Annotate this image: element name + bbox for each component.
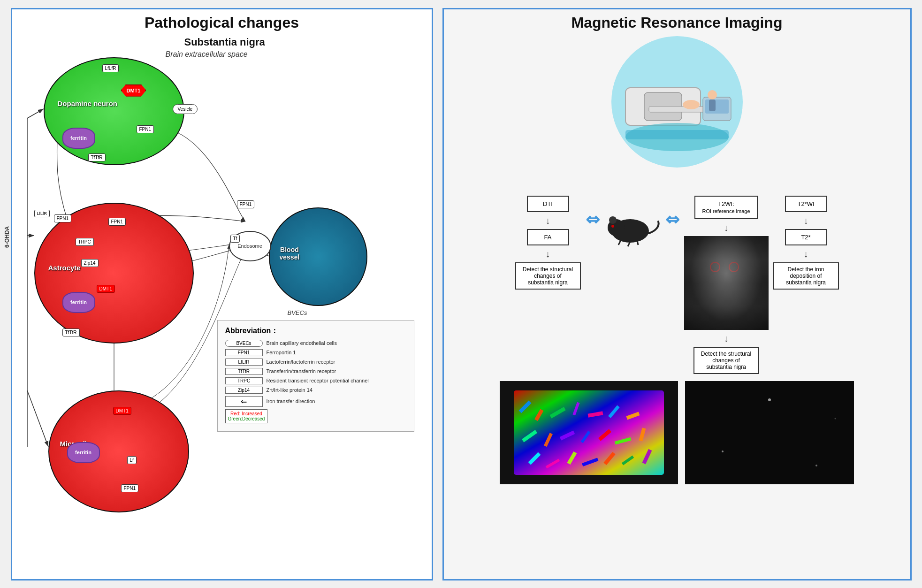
svg-point-50 [722, 451, 724, 452]
abbrev-row-lflr: LfLfR Lactoferrin/lactoferrin receptor [225, 359, 406, 366]
dmt1-microglia: DMT1 [113, 407, 131, 415]
bvecs-label: BVECs [285, 308, 310, 317]
mri-scanner-circle [611, 36, 743, 168]
abbrev-key-fpn1: FPN1 [225, 349, 263, 356]
abbrev-key-lflr: LfLfR [225, 359, 263, 366]
abbrev-key-trpc: TRPC [225, 377, 263, 384]
endosome-label: Endosome [237, 243, 262, 249]
svg-point-13 [708, 90, 717, 99]
detect-structural-box: Detect the structural changes of substan… [515, 262, 581, 290]
mouse-figure [604, 210, 661, 247]
t2wi-box: T2WI: ROI reference image [694, 196, 757, 219]
dti-arrow: ↓ [546, 216, 550, 225]
flowchart-wrapper: DTI ↓ FA ↓ Detect the structural changes… [453, 196, 901, 374]
mri-scanner-svg [616, 50, 738, 153]
t2star-box: T2* [785, 229, 827, 245]
abbrev-key-zip14: Zip14 [225, 387, 263, 394]
abbrev-val-tftr: Transferrin/transferrin receptor [267, 368, 336, 374]
ferritin-astrocyte: ferritin [62, 292, 95, 313]
ferritin-microglia: ferritin [67, 442, 100, 463]
dmt1-dopamine: DMT1 [121, 84, 146, 97]
abbrev-val-trpc: Resident transient receptor potential ch… [267, 378, 369, 383]
mouse-arrow-right: ⇔ [665, 210, 679, 229]
t2star-svg [685, 381, 854, 484]
dti-color-image [500, 381, 678, 484]
svg-point-51 [835, 418, 836, 419]
t2star-arrow: ↓ [804, 216, 808, 225]
t2star-image [685, 381, 854, 484]
abbrev-key-tftr: TfTfR [225, 368, 263, 375]
mouse-svg [604, 210, 661, 247]
mri-content: DTI ↓ FA ↓ Detect the structural changes… [444, 31, 910, 489]
abbrev-row-trpc: TRPC Resident transient receptor potenti… [225, 377, 406, 384]
blood-vessel-label: Bloodvessel [280, 246, 300, 261]
abbrev-row-zip14: Zip14 Zrt/Irt-like protein 14 [225, 387, 406, 394]
detect-structural-box-2: Detect the structural changes of substan… [693, 347, 759, 374]
abbrev-key-arrow: ⇐ [225, 396, 263, 407]
t2wi-arrow: ↓ [724, 223, 729, 232]
t2wi-column: T2WI: ROI reference image ↓ [684, 196, 769, 374]
trpc-box: TRPC [76, 238, 94, 246]
t2star-column: T2*WI ↓ T2* ↓ Detect the iron deposition… [773, 196, 839, 290]
sn-label: Substantia nigra [184, 36, 265, 48]
abbrev-val-lflr: Lactoferrin/lactoferrin receptor [267, 359, 335, 365]
dmt1-dopamine-label: DMT1 [127, 88, 141, 93]
tftr-astrocyte: TfTfR [62, 328, 80, 336]
fpn1-microglia: FPN1 [121, 484, 139, 492]
ferritin-dopamine: ferritin [62, 128, 95, 149]
mri-image [684, 236, 769, 330]
t2wi-label: T2WI: [718, 200, 734, 207]
abbrev-key-legend: Red: Increased Green:Decreased [225, 409, 268, 423]
t2wi-detect-arrow: ↓ [724, 334, 729, 343]
detect-structural-text: Detect the structural changes of substan… [523, 266, 573, 286]
abbrev-row-arrow: ⇐ Iron transfer direction [225, 396, 406, 407]
svg-point-19 [609, 216, 617, 224]
lf-microglia: Lf [127, 456, 137, 464]
right-title: Magnetic Resonance Imaging [571, 14, 783, 31]
abbrev-key-bvecs: BVECs [225, 340, 263, 347]
mouse-arrow-left: ⇔ [586, 210, 600, 229]
svg-line-23 [637, 240, 638, 245]
tftr-dopamine: TfTfR [88, 153, 106, 161]
brain-label: Brain extracellular space [166, 50, 248, 59]
svg-point-49 [815, 465, 817, 466]
left-panel: Pathological changes [11, 8, 433, 580]
dopamine-label: Dopamine neuron [58, 99, 118, 107]
abbrev-row-legend: Red: Increased Green:Decreased [225, 409, 406, 423]
left-title: Pathological changes [145, 14, 299, 31]
tf-endosome: Tf [230, 235, 240, 243]
abbrev-row-tftr: TfTfR Transferrin/transferrin receptor [225, 368, 406, 375]
diagram-area: Dopamine neuron Astrocyte Microglia Bloo… [20, 34, 424, 579]
zip14-box: Zip14 [81, 259, 99, 267]
lflr-top-label: LfLfR [102, 64, 119, 72]
detect-iron-box: Detect the iron deposition of substantia… [773, 262, 839, 290]
fpn1-astrocyte-big: FPN1 [108, 218, 126, 226]
dti-svg [500, 381, 678, 484]
astrocyte-label: Astrocyte [48, 264, 81, 272]
abbrev-val-bvecs: Brain capillary endothelial cells [267, 340, 337, 346]
dti-box: DTI [527, 196, 569, 212]
right-panel: Magnetic Resonance Imaging [442, 8, 912, 580]
abbrev-val-fpn1: Ferroportin 1 [267, 350, 296, 355]
t2wi-sub-label: ROI reference image [702, 208, 750, 214]
svg-rect-9 [649, 107, 710, 112]
abbrev-title: Abbreviation： [225, 326, 406, 336]
svg-rect-12 [705, 99, 729, 114]
arrow-left: ⇔ [586, 210, 600, 229]
ferritin-astrocyte-label: ferritin [70, 299, 87, 305]
fa-arrow: ↓ [546, 249, 550, 259]
svg-point-20 [611, 225, 614, 228]
arrow-right: ⇔ [665, 210, 679, 229]
abbrev-row-fpn1: FPN1 Ferroportin 1 [225, 349, 406, 356]
svg-line-2 [27, 109, 44, 118]
ferritin-microglia-label: ferritin [75, 450, 91, 455]
t2star-wi-box: T2*WI [785, 196, 827, 212]
abbreviation-section: Abbreviation： BVECs Brain capillary endo… [217, 320, 414, 432]
svg-point-48 [768, 398, 771, 401]
ferritin-dopamine-label: ferritin [70, 135, 87, 141]
abbrev-val-arrow: Iron transfer direction [267, 398, 315, 404]
vesicle-box: Vesicle [173, 104, 198, 114]
svg-line-21 [618, 240, 621, 245]
label-6ohda: 6-OHDA [4, 226, 10, 248]
lflr-astrocyte: LfLfR [34, 210, 50, 217]
